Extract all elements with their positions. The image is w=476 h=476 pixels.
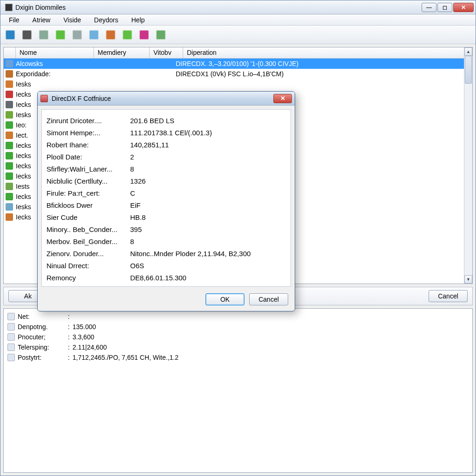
cell-diperation: DIRECDX1 (0Vk) FSC L.io–4,1B'CM)	[176, 70, 470, 78]
menu-viside[interactable]: Viside	[58, 15, 86, 25]
property-value: 395	[130, 225, 286, 233]
table-row[interactable]: Exporidade:DIRECDX1 (0Vk) FSC L.io–4,1B'…	[4, 69, 472, 79]
toolbar	[0, 26, 476, 44]
info-colon: :	[65, 313, 73, 320]
main-cancel-button[interactable]: Cancel	[429, 290, 468, 302]
property-row: Zinrunt Dricoter....201.6 BED LS	[46, 114, 286, 126]
property-row: Plooll Date:2	[46, 151, 286, 163]
col-memdiery[interactable]: Memdiery	[94, 47, 150, 58]
maximize-button[interactable]: ◻	[437, 3, 452, 12]
info-line: Postytrt::1,712,2465./PO, 7,651 CH, Wite…	[7, 352, 469, 363]
doc-icon[interactable]	[38, 29, 50, 41]
info-icon	[7, 333, 15, 341]
info-icon	[7, 344, 15, 351]
property-value: C	[130, 189, 286, 197]
menubar: File Atriew Viside Deydors Help	[0, 14, 476, 26]
property-row: Merbov. Beil_Gonder...8	[46, 235, 286, 247]
window-controls: — ◻ ✕	[422, 3, 474, 12]
main-titlebar: Dxigin Diommiles — ◻ ✕	[0, 0, 476, 14]
property-row: Bfickloos DwerEiF	[46, 199, 286, 211]
col-vitobv[interactable]: Vitobv	[150, 47, 183, 58]
info-icon	[7, 354, 15, 361]
info-icon	[7, 323, 15, 331]
property-row: RemoncyDE8,66.01.15.300	[46, 271, 286, 284]
col-diperation[interactable]: Diperation	[183, 47, 472, 58]
info-colon: :	[65, 333, 73, 341]
property-value: HB.8	[130, 213, 286, 221]
minimize-button[interactable]: —	[422, 3, 436, 12]
list-header: Nome Memdiery Vitobv Diperation	[4, 47, 472, 59]
property-label: Remoncy	[46, 274, 130, 282]
dialog-body: Zinrunt Dricoter....201.6 BED LSSimont H…	[41, 109, 291, 287]
dialog-cancel-button[interactable]: Cancel	[249, 293, 288, 305]
row-icon	[6, 101, 13, 108]
menu-deydors[interactable]: Deydors	[88, 15, 124, 25]
col-icon[interactable]	[4, 47, 16, 58]
row-icon	[6, 132, 13, 139]
property-row: Zienorv. Doruder...Nitonc..Mnder Ploder …	[46, 247, 286, 259]
wrench-icon[interactable]	[138, 29, 150, 41]
table-row[interactable]: Iesks	[4, 79, 472, 89]
info-colon: :	[65, 323, 73, 331]
menu-atriew[interactable]: Atriew	[27, 15, 56, 25]
menu-help[interactable]: Help	[126, 15, 151, 25]
close-button[interactable]: ✕	[453, 3, 474, 12]
property-value: 1326	[130, 177, 286, 185]
scroll-down-button[interactable]: ▼	[464, 275, 472, 284]
info-label: Net:	[18, 313, 65, 320]
row-icon	[6, 142, 13, 149]
property-label: Bfickloos Dwer	[46, 201, 130, 209]
scroll-track[interactable]	[464, 56, 472, 275]
row-icon	[6, 213, 13, 221]
cell-nome: Iesks	[16, 80, 88, 88]
list-icon[interactable]	[71, 29, 83, 41]
property-row: Robert Ihane:140,2851,11	[46, 139, 286, 151]
music-icon[interactable]	[21, 29, 33, 41]
col-nome[interactable]: Nome	[16, 47, 94, 58]
property-value: 8	[130, 238, 286, 245]
row-icon	[6, 203, 13, 211]
dialog-title: DirecDX F Cotfniuce	[52, 95, 273, 102]
scroll-thumb[interactable]	[465, 56, 472, 84]
dialog-icon	[40, 95, 48, 102]
list-scrollbar[interactable]: ▲ ▼	[464, 47, 472, 284]
row-icon	[6, 111, 13, 119]
row-icon	[6, 162, 13, 170]
info-value: 135.000	[73, 323, 96, 331]
property-row: Ninual Drrect:O6S	[46, 259, 286, 271]
row-icon	[6, 183, 13, 190]
property-label: Simont Hempe:...	[46, 129, 130, 137]
cell-nome: Alcowsks	[16, 60, 88, 67]
dialog-ok-button[interactable]: OK	[205, 293, 245, 305]
property-label: Firule: Pa:rt_cert:	[46, 189, 130, 197]
row-icon	[6, 70, 13, 78]
property-label: Sfirfley:Walri_Laner...	[46, 165, 130, 173]
table-row[interactable]: AlcowsksDIRECDX. 3,–3.20/0100) '1-(0.300…	[4, 59, 472, 69]
refresh-icon[interactable]	[155, 29, 167, 41]
row-icon	[6, 152, 13, 159]
people-icon[interactable]	[105, 29, 117, 41]
app-icon	[5, 4, 13, 11]
property-row: Nicblulic (Certlluty...1326	[46, 175, 286, 187]
property-row: Simont Hempe:...111.201738.1 CEl/(.001.3…	[46, 126, 286, 139]
scroll-up-button[interactable]: ▲	[464, 47, 472, 56]
info-label: Telersping:	[18, 344, 65, 351]
info-value: 1,712,2465./PO, 7,651 CH, Wite.,1.2	[73, 354, 178, 361]
property-label: Sier Cude	[46, 213, 130, 221]
dialog-close-button[interactable]: ✕	[273, 94, 292, 103]
property-value: EiF	[130, 201, 286, 209]
globe-icon[interactable]	[4, 29, 16, 41]
dialog-titlebar: DirecDX F Cotfniuce ✕	[38, 92, 295, 106]
menu-file[interactable]: File	[3, 15, 25, 25]
property-value: 201.6 BED LS	[130, 117, 286, 125]
info-line: Net::	[7, 311, 469, 322]
row-icon	[6, 172, 13, 180]
property-label: Zinrunt Dricoter....	[46, 117, 130, 125]
page-icon[interactable]	[88, 29, 100, 41]
plus-green-icon[interactable]	[121, 29, 133, 41]
properties-dialog: DirecDX F Cotfniuce ✕ Zinrunt Dricoter..…	[37, 91, 295, 311]
ball-green-icon[interactable]	[54, 29, 66, 41]
property-label: Ninual Drrect:	[46, 262, 130, 270]
info-colon: :	[65, 354, 73, 361]
window-title: Dxigin Diommiles	[15, 4, 422, 11]
